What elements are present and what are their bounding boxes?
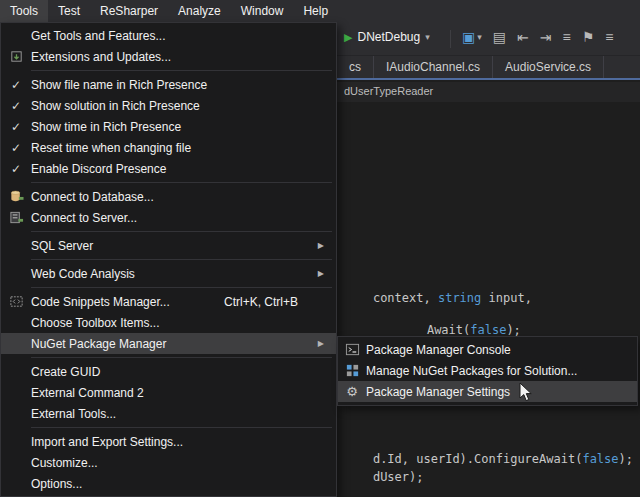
bookmark-icon[interactable]: ⚑ <box>582 29 595 45</box>
menu-item-label: Options... <box>31 477 82 491</box>
checkmark-icon: ✓ <box>11 99 21 113</box>
menubar: Tools Test ReSharper Analyze Window Help <box>0 0 640 22</box>
menu-item-get-tools-and-features[interactable]: Get Tools and Features... <box>1 25 336 46</box>
menu-item-import-export-settings[interactable]: Import and Export Settings... <box>1 431 336 452</box>
menu-item-label: Extensions and Updates... <box>31 50 171 64</box>
menu-item-label: Reset time when changing file <box>31 141 191 155</box>
submenu-arrow-icon: ▶ <box>318 269 330 278</box>
chevron-down-icon: ▾ <box>425 32 430 42</box>
run-play-icon: ▶ <box>344 31 352 44</box>
debug-windows-glyph: ▣ <box>462 29 475 45</box>
tab-audioservice[interactable]: AudioService.cs <box>493 56 604 78</box>
run-debug-button[interactable]: ▶ DNetDebug ▾ <box>344 30 430 44</box>
code-snippets-icon <box>9 294 24 309</box>
menu-item-label: Choose Toolbox Items... <box>31 316 160 330</box>
menubar-item-help[interactable]: Help <box>293 0 338 22</box>
increase-indent-icon[interactable]: ⇥ <box>540 29 552 45</box>
menu-item-connect-to-database[interactable]: Connect to Database... <box>1 186 336 207</box>
menu-item-choose-toolbox-items[interactable]: Choose Toolbox Items... <box>1 312 336 333</box>
chevron-down-icon: ▾ <box>477 32 482 42</box>
checkmark-icon: ✓ <box>11 120 21 134</box>
visual-studio-window: Tools Test ReSharper Analyze Window Help… <box>0 0 640 497</box>
menu-item-external-command-2[interactable]: External Command 2 <box>1 382 336 403</box>
menu-item-label: External Command 2 <box>31 386 144 400</box>
menu-item-show-time-rich-presence[interactable]: ✓ Show time in Rich Presence <box>1 116 336 137</box>
menu-item-label: External Tools... <box>31 407 116 421</box>
menu-item-label: Show file name in Rich Presence <box>31 78 207 92</box>
menubar-item-test[interactable]: Test <box>48 0 90 22</box>
menu-item-label: Package Manager Settings <box>366 385 510 399</box>
menu-item-package-manager-console[interactable]: Package Manager Console <box>338 339 637 360</box>
menu-item-external-tools[interactable]: External Tools... <box>1 403 336 424</box>
menu-item-label: Package Manager Console <box>366 343 511 357</box>
menu-item-label: Web Code Analysis <box>31 267 135 281</box>
menu-item-web-code-analysis[interactable]: Web Code Analysis ▶ <box>1 263 336 284</box>
menu-item-nuget-package-manager[interactable]: NuGet Package Manager ▶ <box>1 333 336 354</box>
menu-item-label: Connect to Server... <box>31 211 137 225</box>
submenu-arrow-icon: ▶ <box>318 339 330 348</box>
tab-partial[interactable]: cs <box>337 56 374 78</box>
menu-item-label: Create GUID <box>31 365 100 379</box>
menu-separator <box>31 287 332 288</box>
menu-item-label: Show time in Rich Presence <box>31 120 181 134</box>
debug-windows-icon[interactable]: ▣ ▾ <box>462 29 482 45</box>
menu-item-label: SQL Server <box>31 239 93 253</box>
debug-target-label: DNetDebug <box>357 30 420 44</box>
menu-item-enable-discord-presence[interactable]: ✓ Enable Discord Presence <box>1 158 336 179</box>
menu-item-label: Get Tools and Features... <box>31 29 166 43</box>
gear-icon: ⚙ <box>346 384 358 399</box>
menu-separator <box>31 182 332 183</box>
menu-separator <box>31 427 332 428</box>
menu-separator <box>31 70 332 71</box>
menubar-item-window[interactable]: Window <box>231 0 294 22</box>
tools-menu: Get Tools and Features... Extensions and… <box>0 22 337 497</box>
menu-item-label: Code Snippets Manager... <box>31 295 170 309</box>
manage-packages-icon <box>345 363 360 378</box>
submenu-arrow-icon: ▶ <box>318 241 330 250</box>
menu-item-shortcut: Ctrl+K, Ctrl+B <box>224 295 330 309</box>
nuget-submenu: Package Manager Console Manage NuGet Pac… <box>337 336 638 406</box>
database-icon <box>9 189 24 204</box>
menubar-item-analyze[interactable]: Analyze <box>168 0 231 22</box>
menu-item-manage-nuget-packages-solution[interactable]: Manage NuGet Packages for Solution... <box>338 360 637 381</box>
menubar-item-tools[interactable]: Tools <box>0 0 48 22</box>
menu-item-label: Connect to Database... <box>31 190 154 204</box>
toolbar-separator <box>450 30 451 48</box>
checkmark-icon: ✓ <box>11 141 21 155</box>
menu-item-options[interactable]: Options... <box>1 473 336 494</box>
code-line: se); <box>344 483 402 497</box>
menu-item-show-solution-rich-presence[interactable]: ✓ Show solution in Rich Presence <box>1 95 336 116</box>
menu-item-connect-to-server[interactable]: Connect to Server... <box>1 207 336 228</box>
menubar-item-resharper[interactable]: ReSharper <box>90 0 168 22</box>
menu-item-label: NuGet Package Manager <box>31 337 166 351</box>
menu-item-customize[interactable]: Customize... <box>1 452 336 473</box>
tab-iaudiochannel[interactable]: IAudioChannel.cs <box>374 56 493 78</box>
menu-item-extensions-and-updates[interactable]: Extensions and Updates... <box>1 46 336 67</box>
menu-separator <box>31 231 332 232</box>
server-icon <box>9 210 24 225</box>
menu-item-label: Show solution in Rich Presence <box>31 99 200 113</box>
menu-item-create-guid[interactable]: Create GUID <box>1 361 336 382</box>
outline-lines-icon[interactable]: ≡ <box>605 29 613 45</box>
menu-item-sql-server[interactable]: SQL Server ▶ <box>1 235 336 256</box>
menu-separator <box>31 259 332 260</box>
menu-item-show-file-name-rich-presence[interactable]: ✓ Show file name in Rich Presence <box>1 74 336 95</box>
menu-item-label: Enable Discord Presence <box>31 162 166 176</box>
menu-separator <box>31 357 332 358</box>
toolbar-icons: ▣ ▾ ▤ ⇤ ⇥ ≡ ⚑ ≡ <box>462 29 613 45</box>
decrease-indent-icon[interactable]: ⇤ <box>517 29 529 45</box>
menu-item-label: Customize... <box>31 456 98 470</box>
menu-item-package-manager-settings[interactable]: ⚙ Package Manager Settings <box>338 381 637 402</box>
line-list-icon[interactable]: ≡ <box>562 29 570 45</box>
console-icon <box>345 342 360 357</box>
extensions-icon <box>9 49 24 64</box>
menu-item-reset-time-changing-file[interactable]: ✓ Reset time when changing file <box>1 137 336 158</box>
menu-item-label: Manage NuGet Packages for Solution... <box>366 364 577 378</box>
documents-icon[interactable]: ▤ <box>493 29 506 45</box>
checkmark-icon: ✓ <box>11 78 21 92</box>
breadcrumb[interactable]: dUserTypeReader <box>344 85 433 97</box>
menu-item-label: Import and Export Settings... <box>31 435 183 449</box>
menu-item-code-snippets-manager[interactable]: Code Snippets Manager... Ctrl+K, Ctrl+B <box>1 291 336 312</box>
checkmark-icon: ✓ <box>11 162 21 176</box>
